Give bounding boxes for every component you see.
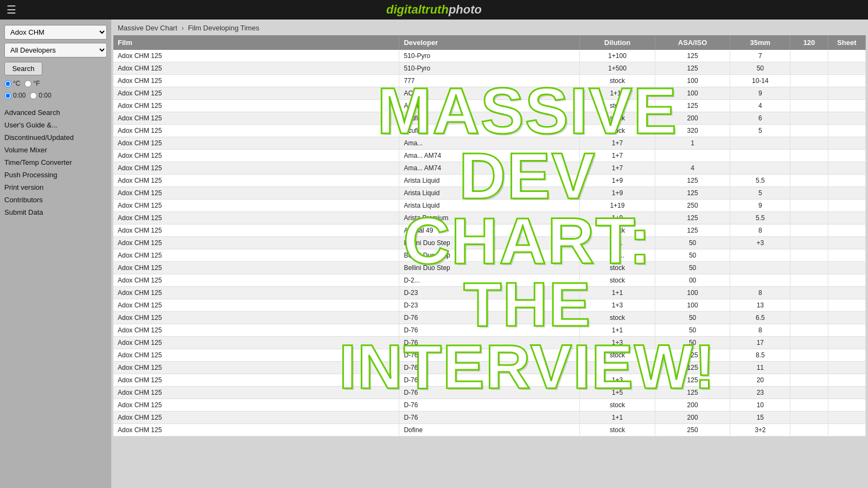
table-cell: Adox CHM 125 [113,125,399,137]
table-cell: Acufine [399,100,580,112]
table-cell [828,187,865,200]
table-cell: 125 [655,50,730,62]
table-row: Adox CHM 125Arista Premium1+91255.5 [113,212,866,224]
table-cell [828,175,865,187]
menu-icon[interactable]: ☰ [7,3,16,16]
table-cell: 1+1 [580,324,655,337]
table-row: Adox CHM 125D-76stock1258.5 [113,349,866,362]
table-cell: D-76 [399,412,580,424]
time-radio-group: 0:00 0:00 [4,92,107,99]
table-cell: 510-Pyro [399,50,580,62]
table-cell [790,175,828,187]
table-cell: Arista Liquid [399,175,580,187]
table-row: Adox CHM 125510-Pyro1+50012550 [113,62,866,75]
dev-chart-table: Film Developer Dilution ASA/ISO 35mm 120… [113,35,866,436]
table-cell [790,87,828,100]
table-cell: 100 [655,287,730,299]
fahrenheit-radio-label[interactable]: °F [24,80,40,87]
table-cell [790,237,828,249]
table-cell: Arista Liquid [399,200,580,212]
table-cell: Adox CHM 125 [113,212,399,224]
sidebar: Adox CHM Adox CHM 125 All Films All Deve… [0,20,111,488]
sidebar-item-discontinued[interactable]: Discontinued/Updated [4,133,107,142]
table-cell [730,274,790,287]
table-row: Adox CHM 125Atomal 49stock1258 [113,224,866,237]
table-cell: 200 [655,412,730,424]
table-cell [790,262,828,274]
table-cell: stock [580,100,655,112]
table-cell: Arista Premium [399,212,580,224]
col-header-film: Film [113,35,399,50]
sidebar-item-time-temp[interactable]: Time/Temp Converter [4,158,107,167]
table-cell: Acufine [399,112,580,125]
table-cell [828,349,865,362]
time2-radio-label[interactable]: 0:00 [30,92,51,99]
col-header-120: 120 [790,35,828,50]
fahrenheit-radio[interactable] [24,80,31,87]
sidebar-item-print-version[interactable]: Print version [4,183,107,192]
col-header-asa: ASA/ISO [655,35,730,50]
search-button[interactable]: Search [4,62,42,75]
table-cell: 125 [655,374,730,387]
table-cell [828,200,865,212]
temperature-radio-group: °C °F [4,80,107,87]
table-cell [828,362,865,374]
table-cell [828,125,865,137]
table-cell: 1+100 [580,50,655,62]
table-row: Adox CHM 125Acufinestock1254 [113,100,866,112]
sidebar-item-volume-mixer[interactable]: Volume Mixer [4,145,107,155]
table-container[interactable]: Film Developer Dilution ASA/ISO 35mm 120… [113,35,866,486]
table-header-row: Film Developer Dilution ASA/ISO 35mm 120… [113,35,866,50]
table-cell [790,249,828,262]
table-cell: Adox CHM 125 [113,50,399,62]
sidebar-item-submit-data[interactable]: Submit Data [4,208,107,217]
table-cell: Adox CHM 125 [113,187,399,200]
time1-radio[interactable] [4,92,11,99]
table-cell: 3+2 [730,424,790,436]
table-row: Adox CHM 125D-231+310013 [113,299,866,312]
sidebar-item-users-guide[interactable]: User's Guide &... [4,120,107,130]
table-cell [790,162,828,175]
table-cell: 4 [730,100,790,112]
table-cell [790,75,828,87]
table-cell: stock [580,399,655,412]
table-cell: Adox CHM 125 [113,387,399,399]
table-cell: 125 [655,62,730,75]
table-cell [828,412,865,424]
sidebar-item-contributors[interactable]: Contributors [4,195,107,204]
film-select[interactable]: Adox CHM Adox CHM 125 All Films [4,25,107,40]
logo-dt: digitaltruth [386,3,449,16]
table-cell: stock [580,262,655,274]
table-cell: 5 [730,187,790,200]
col-header-sheet: Sheet [828,35,865,50]
time2-radio[interactable] [30,92,37,99]
developer-select[interactable]: All Developers D-76 HC-110 [4,43,107,57]
sidebar-item-push-processing[interactable]: Push Processing [4,170,107,179]
table-cell [828,224,865,237]
table-cell: 9 [730,87,790,100]
content-area: MASSIVE DEV CHART: THE INTERVIEW! Massiv… [111,20,868,488]
table-cell: 1+9 [580,175,655,187]
table-cell: Dofine [399,424,580,436]
table-cell: 8.5 [730,349,790,362]
celsius-radio[interactable] [4,80,11,87]
table-cell [790,399,828,412]
celsius-radio-label[interactable]: °C [4,80,20,87]
sidebar-item-advanced-search[interactable]: Advanced Search [4,108,107,117]
table-cell: Adox CHM 125 [113,100,399,112]
table-cell: 1+500 [580,62,655,75]
table-cell [790,224,828,237]
table-cell: stock [580,312,655,324]
table-cell: 8 [730,224,790,237]
table-cell: Adox CHM 125 [113,237,399,249]
table-cell [828,299,865,312]
table-cell [828,137,865,150]
table-cell: 50 [655,337,730,349]
table-cell [790,150,828,162]
breadcrumb-main[interactable]: Massive Dev Chart [118,24,177,32]
time1-radio-label[interactable]: 0:00 [4,92,25,99]
table-cell: 10 [730,399,790,412]
table-cell: 00 [655,274,730,287]
table-cell: 125 [655,362,730,374]
table-cell: Ama... AM74 [399,162,580,175]
